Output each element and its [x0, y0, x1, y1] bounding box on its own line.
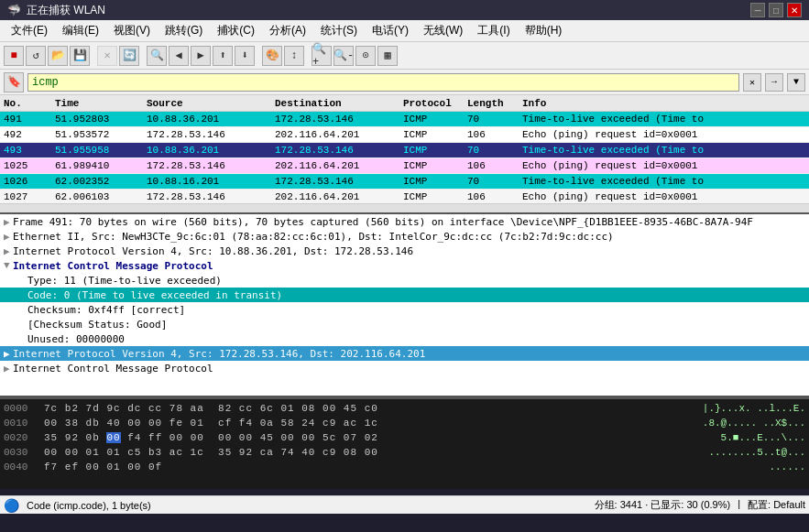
- detail-pane: ▶ Frame 491: 70 bytes on wire (560 bits)…: [0, 214, 809, 397]
- menu-phone[interactable]: 电话(Y): [365, 21, 416, 40]
- hex-offset: 0030: [4, 447, 37, 458]
- pkt-dst: 172.28.53.146: [275, 114, 403, 125]
- pkt-info: Echo (ping) request id=0x0001: [522, 191, 809, 202]
- expand-icon: ▶: [4, 231, 13, 243]
- hex-row: 0040 f7 ef 00 01 00 0f ......: [4, 460, 805, 474]
- colorize-button[interactable]: 🎨: [262, 46, 282, 66]
- stop-capture-button[interactable]: ■: [4, 46, 24, 66]
- status-message: Code (icmp.code), 1 byte(s): [27, 500, 151, 511]
- table-row[interactable]: 1026 62.002352 10.88.16.201 172.28.53.14…: [0, 174, 809, 190]
- filter-clear-button[interactable]: ✕: [743, 73, 761, 92]
- status-icon: 🔵: [4, 498, 19, 513]
- layout-button[interactable]: ▦: [377, 46, 398, 66]
- pkt-info: Echo (ping) request id=0x0001: [522, 160, 809, 171]
- pkt-info: Echo (ping) request id=0x0001: [522, 129, 809, 140]
- table-row[interactable]: 492 51.953572 172.28.53.146 202.116.64.2…: [0, 127, 809, 143]
- pkt-src: 172.28.53.146: [147, 191, 275, 202]
- pkt-len: 106: [467, 191, 522, 202]
- menu-view[interactable]: 视图(V): [106, 21, 158, 40]
- minimize-button[interactable]: ─: [750, 3, 765, 17]
- col-header-info: Info: [522, 98, 809, 109]
- detail-frame-text: Frame 491: 70 bytes on wire (560 bits), …: [13, 216, 753, 228]
- pkt-info: Time-to-live exceeded (Time to: [522, 145, 809, 156]
- toolbar: ■ ↺ 📂 💾 ✕ 🔄 🔍 ◀ ▶ ⬆ ⬇ 🎨 ↕ 🔍+ 🔍- ⊙ ▦: [0, 42, 809, 70]
- detail-icmp-row[interactable]: ▼ Internet Control Message Protocol: [0, 258, 809, 273]
- hex-offset: 0010: [4, 418, 37, 429]
- menu-stats[interactable]: 统计(S): [313, 21, 365, 40]
- detail-icmp-code-row[interactable]: Code: 0 (Time to live exceeded in transi…: [0, 288, 809, 302]
- table-row[interactable]: 491 51.952803 10.88.36.201 172.28.53.146…: [0, 112, 809, 127]
- reload-button[interactable]: 🔄: [119, 46, 139, 66]
- table-row[interactable]: 1025 61.989410 172.28.53.146 202.116.64.…: [0, 158, 809, 174]
- detail-icmp-checksum-status-row[interactable]: [Checksum Status: Good]: [0, 317, 809, 331]
- pkt-len: 106: [467, 160, 522, 171]
- detail-icmp-checksum-row[interactable]: Checksum: 0xf4ff [correct]: [0, 302, 809, 317]
- pkt-src: 172.28.53.146: [147, 129, 275, 140]
- jump-button[interactable]: ⬆: [213, 46, 233, 66]
- menu-capture[interactable]: 捕状(C): [210, 21, 262, 40]
- hex-row: 0010 00 38 db 40 00 00 fe 01 cf f4 0a 58…: [4, 416, 805, 430]
- detail-ethernet-text: Ethernet II, Src: NewH3CTe_9c:6c:01 (78:…: [13, 231, 614, 243]
- autoscroll-button[interactable]: ↕: [284, 46, 304, 66]
- pkt-proto: ICMP: [403, 145, 467, 156]
- filter-bookmark-button[interactable]: 🔖: [4, 72, 24, 92]
- table-row[interactable]: 493 51.955958 10.88.36.201 172.28.53.146…: [0, 143, 809, 158]
- pkt-no: 1025: [0, 160, 55, 171]
- prev-button[interactable]: ◀: [169, 46, 189, 66]
- hex-offset: 0040: [4, 461, 37, 472]
- filter-dropdown-button[interactable]: ▼: [787, 73, 805, 92]
- packet-list-header: No. Time Source Destination Protocol Len…: [0, 95, 809, 112]
- zoom-out-button[interactable]: 🔍-: [333, 46, 354, 66]
- find-button[interactable]: 🔍: [147, 46, 167, 66]
- app-icon: 🦈: [7, 4, 21, 16]
- detail-frame-row[interactable]: ▶ Frame 491: 70 bytes on wire (560 bits)…: [0, 214, 809, 229]
- table-row[interactable]: 1027 62.006103 172.28.53.146 202.116.64.…: [0, 190, 809, 203]
- filter-input[interactable]: [27, 73, 739, 92]
- maximize-button[interactable]: □: [769, 3, 783, 17]
- pkt-proto: ICMP: [403, 160, 467, 171]
- save-button[interactable]: 💾: [70, 46, 90, 66]
- next-button[interactable]: ▶: [191, 46, 211, 66]
- pkt-time: 51.952803: [55, 114, 147, 125]
- hex-bytes: 00 38 db 40 00 00 fe 01 cf f4 0a 58 24 c…: [44, 418, 695, 429]
- packet-list-hscroll[interactable]: [0, 203, 809, 212]
- menu-edit[interactable]: 编辑(E): [55, 21, 106, 40]
- expand-icon: ▶: [4, 245, 13, 257]
- pkt-proto: ICMP: [403, 176, 467, 187]
- titlebar-controls[interactable]: ─ □ ✕: [750, 3, 802, 17]
- detail-icmp-code-text: Code: 0 (Time to live exceeded in transi…: [27, 289, 282, 301]
- detail-icmp-unused-row[interactable]: Unused: 00000000: [0, 331, 809, 346]
- pkt-dst: 172.28.53.146: [275, 176, 403, 187]
- detail-ip-row[interactable]: ▶ Internet Protocol Version 4, Src: 10.8…: [0, 244, 809, 258]
- menubar: 文件(E) 编辑(E) 视图(V) 跳转(G) 捕状(C) 分析(A) 统计(S…: [0, 20, 809, 42]
- close-button[interactable]: ✕: [787, 3, 802, 17]
- zoom-reset-button[interactable]: ⊙: [355, 46, 376, 66]
- menu-wireless[interactable]: 无线(W): [416, 21, 470, 40]
- menu-help[interactable]: 帮助(H): [518, 21, 570, 40]
- detail-icmp-type-text: Type: 11 (Time-to-live exceeded): [27, 275, 222, 287]
- hex-ascii: 5.■...E...\...: [721, 432, 805, 443]
- jump-down-button[interactable]: ⬇: [235, 46, 255, 66]
- menu-jump[interactable]: 跳转(G): [158, 21, 210, 40]
- col-header-no: No.: [0, 98, 55, 109]
- filter-apply-button[interactable]: →: [765, 73, 783, 92]
- filterbar: 🔖 ✕ → ▼: [0, 70, 809, 95]
- open-button[interactable]: 📂: [48, 46, 68, 66]
- col-header-destination: Destination: [275, 98, 403, 109]
- detail-inner-icmp-row[interactable]: ▶ Internet Control Message Protocol: [0, 361, 809, 375]
- detail-inner-ip-row[interactable]: ▶ Internet Protocol Version 4, Src: 172.…: [0, 346, 809, 361]
- detail-ethernet-row[interactable]: ▶ Ethernet II, Src: NewH3CTe_9c:6c:01 (7…: [0, 229, 809, 244]
- hex-ascii: ........5..t@...: [708, 447, 805, 458]
- detail-icmp-checksum-text: Checksum: 0xf4ff [correct]: [27, 304, 185, 316]
- restart-capture-button[interactable]: ↺: [26, 46, 46, 66]
- pkt-proto: ICMP: [403, 114, 467, 125]
- menu-tools[interactable]: 工具(I): [470, 21, 517, 40]
- detail-icmp-type-row[interactable]: Type: 11 (Time-to-live exceeded): [0, 273, 809, 288]
- close-file-button[interactable]: ✕: [97, 46, 117, 66]
- zoom-in-button[interactable]: 🔍+: [312, 46, 332, 66]
- packet-list-pane: No. Time Source Destination Protocol Len…: [0, 95, 809, 214]
- menu-analyze[interactable]: 分析(A): [262, 21, 313, 40]
- detail-inner-icmp-text: Internet Control Message Protocol: [13, 363, 213, 375]
- pkt-proto: ICMP: [403, 129, 467, 140]
- menu-file[interactable]: 文件(E): [4, 21, 55, 40]
